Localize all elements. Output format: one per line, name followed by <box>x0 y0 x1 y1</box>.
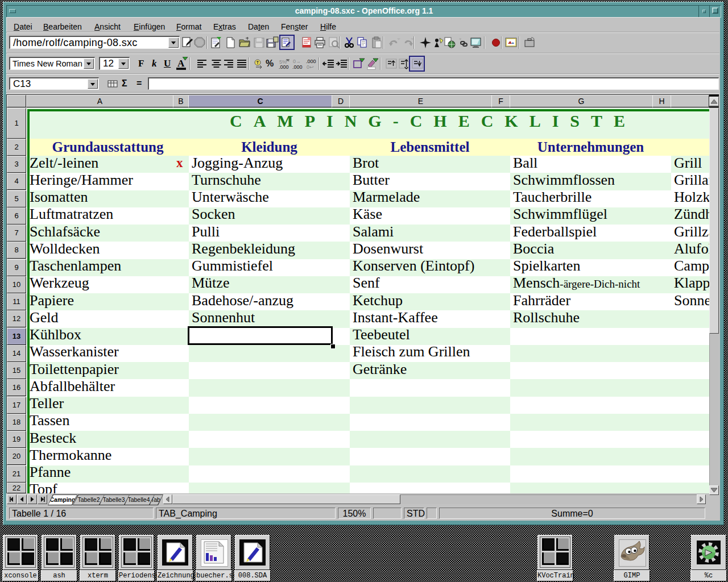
svg-text:0→: 0→ <box>293 59 301 64</box>
svg-text:.000: .000 <box>306 59 316 64</box>
svg-text:.000: .000 <box>292 64 303 70</box>
svg-text:0↩: 0↩ <box>307 64 314 70</box>
svg-text:.000: .000 <box>279 64 289 70</box>
